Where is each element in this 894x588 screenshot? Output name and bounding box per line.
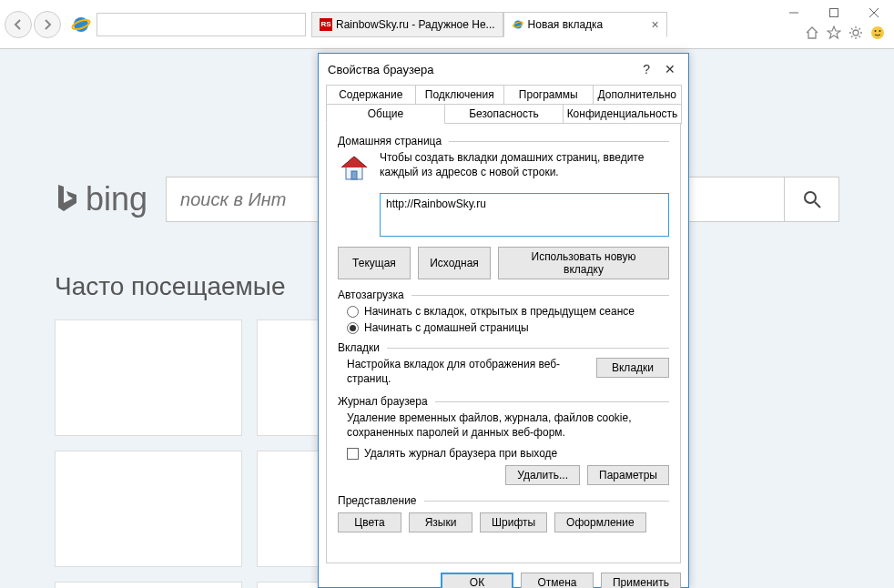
internet-options-dialog: Свойства браузера ? ✕ Содержание Подключ… [318,53,689,588]
svg-point-8 [875,30,877,32]
tab-label: Новая вкладка [528,18,604,31]
help-button[interactable]: ? [643,62,650,76]
cancel-button[interactable]: Отмена [521,573,594,588]
homepage-legend: Домашняя страница [338,135,669,147]
ok-button[interactable]: ОК [441,573,513,588]
tabs-settings-button[interactable]: Вкладки [596,358,669,378]
window-controls [774,0,894,25]
homepage-desc: Чтобы создать вкладки домашних страниц, … [380,151,669,184]
dialog-close-button[interactable]: ✕ [665,62,676,76]
close-window-button[interactable] [854,0,894,25]
tabs-desc: Настройка вкладок для отображения веб-ст… [347,358,565,386]
tab-connections[interactable]: Подключения [415,85,505,105]
tile[interactable] [55,451,242,567]
forward-button[interactable] [34,11,61,38]
delete-on-exit-checkbox[interactable]: Удалять журнал браузера при выходе [347,447,669,460]
accessibility-button[interactable]: Оформление [554,512,645,532]
home-icon [338,151,371,184]
delete-history-button[interactable]: Удалить... [505,465,580,485]
svg-point-10 [805,192,816,203]
maximize-button[interactable] [814,0,854,25]
checkbox-label: Удалять журнал браузера при выходе [364,447,557,460]
tab-newtab[interactable]: Новая вкладка × [503,12,667,37]
tab-label: RainbowSky.ru - Радужное Не... [336,18,495,31]
dialog-footer: ОК Отмена Применить [319,563,688,588]
dialog-titlebar: Свойства браузера ? ✕ [319,54,688,85]
smiley-icon[interactable] [870,25,885,40]
svg-point-7 [871,26,884,39]
gear-icon[interactable] [848,25,863,40]
nav-buttons [0,11,66,38]
tile[interactable] [55,319,242,436]
address-bar[interactable] [97,13,306,36]
tab-general[interactable]: Общие [326,104,445,124]
radio-label: Начинать с вкладок, открытых в предыдуще… [364,305,635,318]
tab-content[interactable]: Содержание [326,85,416,105]
dialog-title: Свойства браузера [328,63,433,76]
home-icon[interactable] [805,25,819,40]
radio-icon [347,306,359,318]
svg-point-9 [879,30,881,32]
ie-icon [71,15,91,35]
history-legend: Журнал браузера [338,395,669,408]
use-default-button[interactable]: Исходная [418,247,491,279]
radio-homepage[interactable]: Начинать с домашней страницы [347,321,669,334]
back-button[interactable] [5,11,32,38]
minimize-button[interactable] [774,0,814,25]
languages-button[interactable]: Языки [409,512,472,532]
tab-rainbowsky[interactable]: RS RainbowSky.ru - Радужное Не... [311,12,503,37]
checkbox-icon [347,448,359,460]
presentation-legend: Представление [338,494,669,507]
fonts-button[interactable]: Шрифты [480,512,547,532]
dialog-tabs-row2: Общие Безопасность Конфиденциальность [326,104,681,124]
tab-strip: RS RainbowSky.ru - Радужное Не... Новая … [311,12,667,37]
homepage-url-input[interactable]: http://RainbowSky.ru [380,193,669,237]
radio-icon [347,322,359,334]
svg-line-11 [815,202,820,208]
toolbar-icons [805,25,894,40]
colors-button[interactable]: Цвета [338,512,401,532]
favicon-icon: RS [320,18,332,31]
tab-advanced[interactable]: Дополнительно [593,85,683,105]
radio-label: Начинать с домашней страницы [364,321,529,334]
svg-rect-5 [830,9,838,17]
bing-logo: bing [55,180,147,218]
dialog-tabs-row1: Содержание Подключения Программы Дополни… [326,85,681,105]
use-newtab-button[interactable]: Использовать новую вкладку [498,247,669,279]
tab-privacy[interactable]: Конфиденциальность [563,104,682,124]
history-settings-button[interactable]: Параметры [587,465,669,485]
apply-button[interactable]: Применить [601,573,681,588]
history-desc: Удаление временных файлов, журнала, файл… [347,411,669,440]
tabs-legend: Вкладки [338,341,669,354]
close-icon[interactable]: × [651,17,658,32]
ie-favicon-icon [512,18,524,31]
svg-point-6 [853,30,858,35]
tab-security[interactable]: Безопасность [444,104,564,124]
bing-logo-icon [55,183,80,216]
search-icon [802,189,822,209]
star-icon[interactable] [827,25,841,40]
svg-rect-13 [351,171,357,179]
bing-logo-text: bing [86,180,147,218]
startup-legend: Автозагрузка [338,289,669,301]
use-current-button[interactable]: Текущая [338,247,411,279]
browser-chrome: RS RainbowSky.ru - Радужное Не... Новая … [0,0,894,49]
radio-previous-session[interactable]: Начинать с вкладок, открытых в предыдуще… [347,305,669,318]
search-button[interactable] [784,177,838,221]
dialog-body: Домашняя страница Чтобы создать вкладки … [326,123,681,563]
tile[interactable] [55,582,242,588]
tab-programs[interactable]: Программы [503,85,594,105]
